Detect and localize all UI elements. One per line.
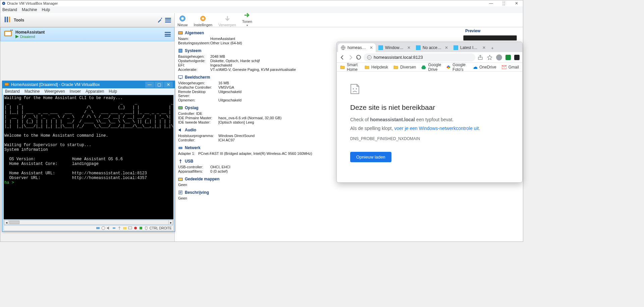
bookmark-onedrive[interactable]: OneDrive [473,65,496,70]
vmcon-app-icon [4,82,9,88]
vmcon-menu-view[interactable]: Weergeven [44,89,65,94]
info-icon[interactable]: i [367,55,372,60]
tools-menu-icon[interactable] [165,18,171,23]
display-icon [178,75,183,80]
tools-row[interactable]: Tools [0,13,174,27]
menu-help[interactable]: Hulp [42,7,50,12]
window-controls: — ░ ✕ [485,0,523,6]
svg-rect-25 [96,227,100,229]
scroll-thumb[interactable] [9,221,19,224]
extension-icon-2[interactable] [514,55,520,60]
tab-noaccess[interactable]: No access of ✕ [413,43,451,52]
error-page: Deze site is niet bereikbaar Check of ho… [337,72,522,170]
address-bar-row: i homeassistant.local:8123 [337,52,522,63]
tab-close-icon[interactable]: ✕ [407,45,411,50]
minimize-button[interactable]: — [485,0,497,6]
sad-document-icon [350,84,360,94]
photos-icon [446,65,450,69]
toolbar-show[interactable]: Tonen ▾ [242,12,252,27]
svg-rect-4 [9,17,10,23]
svg-point-26 [102,226,105,230]
tab-close-icon[interactable]: ✕ [445,45,448,50]
discard-icon [223,15,232,23]
bookmark-smart-home[interactable]: Smart Home [340,62,359,72]
error-heading: Deze site is niet bereikbaar [350,103,509,112]
bookmark-photos[interactable]: Google Foto's [446,62,467,72]
extension-icon[interactable] [505,55,511,60]
vmcon-minimize-button[interactable]: — [145,82,154,88]
tab-latest[interactable]: Latest Install ✕ [451,43,488,52]
toolbar-discard[interactable]: Verwerpen [218,15,236,27]
network-diag-link[interactable]: voer je een Windows-netwerkcontrole uit [394,126,479,131]
vmcon-menubar: Bestand Machine Weergeven Invoer Apparat… [2,88,175,94]
svg-point-11 [181,17,184,19]
status-net-icon [112,226,116,230]
status-mouse-icon [144,226,148,230]
svg-rect-48 [356,88,357,89]
vmcon-maximize-button[interactable]: ▢ [155,82,163,88]
network-icon [178,145,183,150]
vmcon-menu-help[interactable]: Hulp [109,89,117,94]
omnibox[interactable]: i homeassistant.local:8123 [364,53,475,61]
bookmark-helpdesk[interactable]: Helpdesk [365,65,388,70]
toolbar-new[interactable]: Nieuw [177,15,188,27]
toolbar-settings[interactable]: Instellingen [194,15,213,27]
menu-file[interactable]: Bestand [2,7,17,12]
vmcon-menu-devices[interactable]: Apparaten [86,89,104,94]
gmail-icon [502,65,506,69]
reload-button[interactable]: Opnieuw laden [350,152,391,162]
vmcon-close-button[interactable]: ✕ [164,82,173,88]
tab-label: No access of [423,45,442,50]
vm-console-window: HomeAssistant [Draaiend] - Oracle VM Vir… [2,81,175,232]
vmcon-scrollbar[interactable]: ◂ ▸ [4,220,173,225]
shared-icon [178,177,183,181]
tab-close-icon[interactable]: ✕ [370,45,373,50]
status-cpu-icon [139,226,143,230]
vmcon-menu-machine[interactable]: Machine [24,89,40,94]
svg-rect-28 [113,227,115,229]
tab-close-icon[interactable]: ✕ [482,45,486,50]
vm-menu-icon[interactable] [165,32,171,37]
vm-item-homeassistant[interactable]: 64 HomeAssistant Draaiend [0,27,174,41]
nav-forward-button[interactable] [347,54,354,60]
menu-machine[interactable]: Machine [22,7,37,12]
vm-state: Draaiend [15,35,45,39]
vmcon-terminal[interactable]: Waiting for the Home Assistant CLI to be… [4,95,173,219]
new-tab-button[interactable]: ＋ [488,44,496,52]
svg-point-45 [448,67,449,69]
folder-icon [393,65,398,69]
usb-icon [178,159,183,164]
tab-label: homeassistant [347,45,367,50]
running-icon [15,35,19,38]
bookmarks-bar: Smart Home Helpdesk Diversen Google Driv… [337,63,522,72]
bookmark-diversen[interactable]: Diversen [393,65,416,70]
profile-avatar[interactable] [496,54,502,60]
section-desc: Beschrijving Geen [178,190,520,200]
preview-thumbnail[interactable] [463,35,517,41]
bookmark-gmail[interactable]: Gmail [502,65,519,70]
star-icon[interactable] [487,54,493,60]
status-optical-icon [101,226,105,230]
tab-homeassistant[interactable]: homeassistant ✕ [338,43,376,52]
close-button[interactable]: ✕ [510,0,523,6]
bookmark-drive[interactable]: Google Drive [421,62,441,72]
vmcon-menu-input[interactable]: Invoer [70,89,81,94]
general-icon [178,31,183,35]
nav-back-button[interactable] [339,54,345,60]
svg-rect-36 [453,45,458,50]
vbmgr-title-text: Oracle VM VirtualBox Manager [7,1,58,5]
scroll-right-button[interactable]: ▸ [168,220,173,224]
scroll-left-button[interactable]: ◂ [4,220,9,224]
share-icon[interactable] [477,54,483,60]
vmcon-menu-file[interactable]: Bestand [5,89,20,94]
globe-icon [341,45,345,50]
svg-rect-16 [179,49,182,52]
tab-windows[interactable]: Windows - H ✕ [376,43,413,52]
storage-icon [178,105,183,110]
nav-reload-button[interactable] [356,54,362,60]
tools-prefs-icon[interactable] [157,17,163,23]
svg-rect-30 [128,227,132,229]
svg-rect-18 [180,79,181,79]
maximize-button[interactable]: ░ [497,0,510,6]
chrome-window: homeassistant ✕ Windows - H ✕ No access … [336,42,523,183]
